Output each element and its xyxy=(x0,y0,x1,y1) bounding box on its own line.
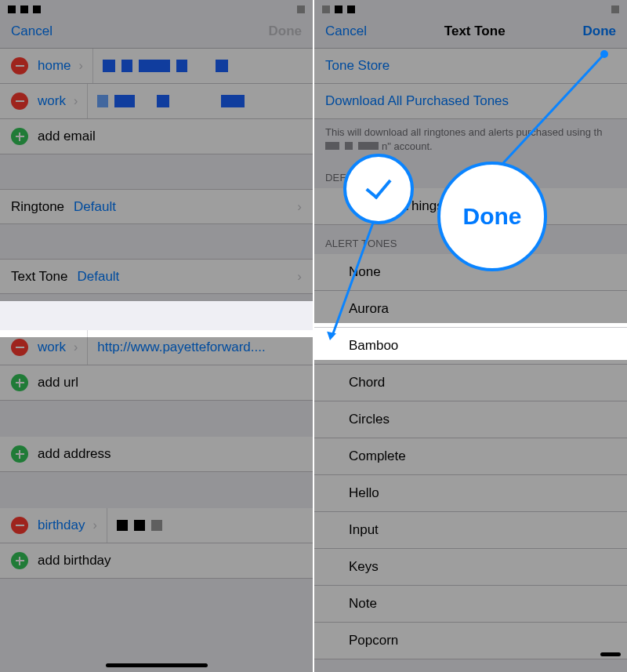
birthday-field[interactable] xyxy=(107,508,302,543)
add-email-row[interactable]: add email xyxy=(0,119,313,154)
status-bar xyxy=(0,0,313,14)
ringtone-row[interactable]: Ringtone Default › xyxy=(0,189,313,224)
home-indicator xyxy=(106,663,208,667)
tone-store-link[interactable]: Tone Store xyxy=(314,49,627,84)
delete-icon[interactable] xyxy=(11,93,28,110)
tone-input[interactable]: Input xyxy=(314,512,627,549)
chevron-right-icon: › xyxy=(74,340,78,354)
contact-edit-screen: Cancel Done home › work › add email xyxy=(0,0,313,672)
callout-dot xyxy=(600,50,608,58)
tone-aurora[interactable]: Aurora xyxy=(314,291,627,328)
tone-circles[interactable]: Circles xyxy=(314,401,627,438)
url-work-row[interactable]: work › http://www.payetteforward.... xyxy=(0,330,313,365)
scroll-indicator xyxy=(600,652,621,656)
tone-hello[interactable]: Hello xyxy=(314,475,627,512)
cancel-button[interactable]: Cancel xyxy=(11,24,53,39)
callout-checkmark-icon xyxy=(343,154,414,224)
chevron-right-icon: › xyxy=(79,59,83,73)
text-tone-row[interactable]: Text Tone Default › xyxy=(0,259,313,294)
delete-icon[interactable] xyxy=(11,517,28,534)
done-button-disabled: Done xyxy=(268,24,302,39)
add-icon[interactable] xyxy=(11,552,28,569)
add-address-row[interactable]: add address xyxy=(0,437,313,472)
email-home-row[interactable]: home › xyxy=(0,49,313,84)
nav-bar: Cancel Text Tone Done xyxy=(314,14,627,49)
arrowhead-icon xyxy=(325,332,336,341)
chevron-right-icon: › xyxy=(92,518,96,532)
cancel-button[interactable]: Cancel xyxy=(325,24,367,39)
tone-chord[interactable]: Chord xyxy=(314,365,627,401)
done-button[interactable]: Done xyxy=(583,24,617,39)
delete-icon[interactable] xyxy=(11,57,28,74)
email-home-field[interactable] xyxy=(92,49,302,83)
download-all-link[interactable]: Download All Purchased Tones xyxy=(314,84,627,119)
add-birthday-row[interactable]: add birthday xyxy=(0,543,313,579)
nav-bar: Cancel Done xyxy=(0,14,313,49)
add-icon[interactable] xyxy=(11,445,28,463)
url-field[interactable]: http://www.payetteforward.... xyxy=(87,330,302,365)
chevron-right-icon: › xyxy=(297,199,302,215)
download-footer: This will download all ringtones and ale… xyxy=(314,119,627,159)
tone-popcorn[interactable]: Popcorn xyxy=(314,623,627,659)
tone-complete[interactable]: Complete xyxy=(314,438,627,475)
add-icon[interactable] xyxy=(11,128,28,145)
tone-note[interactable]: Note xyxy=(314,586,627,623)
chevron-right-icon: › xyxy=(297,269,302,285)
chevron-right-icon: › xyxy=(74,94,78,108)
add-url-row[interactable]: add url xyxy=(0,365,313,401)
birthday-row[interactable]: birthday › xyxy=(0,508,313,543)
nav-title: Text Tone xyxy=(444,24,506,39)
delete-icon[interactable] xyxy=(11,339,28,356)
tone-keys[interactable]: Keys xyxy=(314,549,627,586)
email-work-field[interactable] xyxy=(87,84,302,118)
tone-bamboo[interactable]: Bamboo xyxy=(314,328,627,365)
text-tone-screen: Cancel Text Tone Done Tone Store Downloa… xyxy=(314,0,627,672)
status-bar xyxy=(314,0,627,14)
email-work-row[interactable]: work › xyxy=(0,84,313,119)
add-icon[interactable] xyxy=(11,374,28,391)
callout-done-label: Done xyxy=(437,162,547,271)
